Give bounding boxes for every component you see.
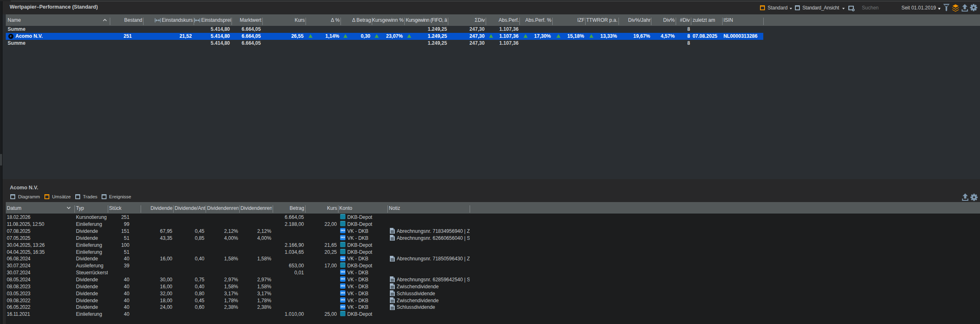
svg-text:F: F bbox=[10, 35, 12, 38]
